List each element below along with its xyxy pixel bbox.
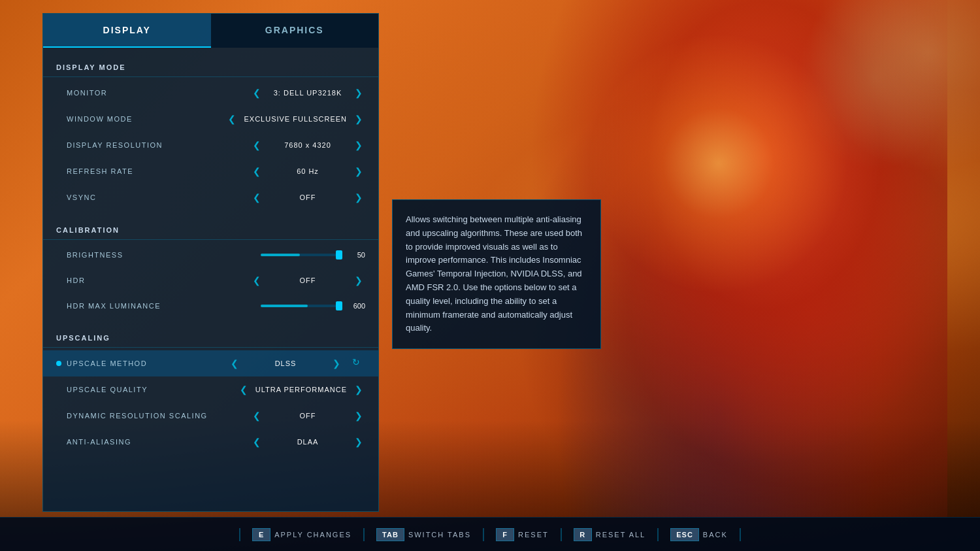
hdr-max-luminance-fill: [261, 305, 308, 307]
brightness-thumb[interactable]: [336, 250, 342, 259]
hotkey-reset-all[interactable]: R RESET ALL: [568, 528, 651, 541]
refresh-rate-value: 60 Hz: [269, 167, 347, 175]
brightness-track[interactable]: [261, 254, 339, 256]
upscale-method-value: DLSS: [246, 359, 325, 367]
refresh-rate-right-arrow[interactable]: ❯: [352, 165, 365, 178]
refresh-rate-label: REFRESH RATE: [67, 167, 250, 175]
upscale-method-left-arrow[interactable]: ❮: [228, 357, 241, 370]
hotkey-apply[interactable]: E APPLY CHANGES: [247, 528, 357, 541]
settings-content: DISPLAY MODE MONITOR ❮ 3: DELL UP3218K ❯…: [43, 48, 378, 461]
setting-refresh-rate[interactable]: REFRESH RATE ❮ 60 Hz ❯: [43, 158, 378, 184]
upscale-method-label: UPSCALE METHOD: [67, 359, 228, 367]
brightness-value: 50: [346, 251, 365, 259]
apply-key-badge: E: [252, 528, 270, 541]
back-key-badge: ESC: [670, 528, 699, 541]
anti-aliasing-label: ANTI-ALIASING: [67, 438, 250, 446]
window-mode-value-container: ❮ EXCLUSIVE FULLSCREEN ❯: [225, 112, 365, 125]
anti-aliasing-value: DLAA: [269, 438, 347, 446]
resolution-left-arrow[interactable]: ❮: [250, 139, 263, 152]
dynamic-resolution-scaling-value-container: ❮ OFF ❯: [250, 409, 365, 422]
monitor-left-arrow[interactable]: ❮: [250, 86, 263, 99]
tabs-container: DISPLAY GRAPHICS: [43, 14, 378, 48]
setting-window-mode[interactable]: WINDOW MODE ❮ EXCLUSIVE FULLSCREEN ❯: [43, 106, 378, 132]
reset-all-key-badge: R: [574, 528, 592, 541]
window-mode-value: EXCLUSIVE FULLSCREEN: [244, 115, 347, 123]
vsync-value-container: ❮ OFF ❯: [250, 191, 365, 204]
drs-right-arrow[interactable]: ❯: [352, 409, 365, 422]
section-upscaling-header: UPSCALING: [43, 325, 378, 348]
vsync-value: OFF: [269, 193, 347, 201]
reset-key-badge: F: [496, 528, 514, 541]
setting-upscale-quality[interactable]: UPSCALE QUALITY ❮ ULTRA PERFORMANCE ❯: [43, 376, 378, 403]
anti-aliasing-left-arrow[interactable]: ❮: [250, 435, 263, 448]
vsync-right-arrow[interactable]: ❯: [352, 191, 365, 204]
refresh-rate-left-arrow[interactable]: ❮: [250, 165, 263, 178]
display-resolution-value-container: ❮ 7680 x 4320 ❯: [250, 139, 365, 152]
anti-aliasing-value-container: ❮ DLAA ❯: [250, 435, 365, 448]
tooltip-box: Allows switching between multiple anti-a…: [392, 199, 601, 349]
active-indicator: [56, 361, 61, 366]
hotkey-reset[interactable]: F RESET: [491, 528, 554, 541]
reset-all-key-label: RESET ALL: [596, 531, 646, 539]
resolution-right-arrow[interactable]: ❯: [352, 139, 365, 152]
apply-key-label: APPLY CHANGES: [274, 531, 351, 539]
setting-upscale-method[interactable]: UPSCALE METHOD ❮ DLSS ❯ ↻: [43, 350, 378, 376]
monitor-value-container: ❮ 3: DELL UP3218K ❯: [250, 86, 365, 99]
setting-anti-aliasing[interactable]: ANTI-ALIASING ❮ DLAA ❯: [43, 429, 378, 455]
setting-dynamic-resolution-scaling[interactable]: DYNAMIC RESOLUTION SCALING ❮ OFF ❯: [43, 403, 378, 429]
hotkey-back[interactable]: ESC BACK: [665, 528, 733, 541]
hotkey-switch-tabs[interactable]: TAB SWITCH TABS: [371, 528, 476, 541]
refresh-rate-value-container: ❮ 60 Hz ❯: [250, 165, 365, 178]
dynamic-resolution-scaling-label: DYNAMIC RESOLUTION SCALING: [67, 412, 250, 420]
sun-glow: [588, 33, 849, 294]
window-mode-left-arrow[interactable]: ❮: [225, 112, 238, 125]
drs-left-arrow[interactable]: ❮: [250, 409, 263, 422]
upscale-quality-value: ULTRA PERFORMANCE: [255, 386, 347, 393]
switch-tabs-key-label: SWITCH TABS: [408, 531, 471, 539]
hdr-max-luminance-thumb[interactable]: [336, 301, 342, 310]
back-key-label: BACK: [703, 531, 728, 539]
tab-display[interactable]: DISPLAY: [43, 14, 211, 48]
setting-monitor[interactable]: MONITOR ❮ 3: DELL UP3218K ❯: [43, 80, 378, 106]
upscale-quality-right-arrow[interactable]: ❯: [352, 383, 365, 396]
divider3: [561, 528, 562, 541]
gap1: [43, 210, 378, 217]
section-calibration-header: CALIBRATION: [43, 217, 378, 240]
reset-key-label: RESET: [518, 531, 549, 539]
divider-right: [740, 528, 741, 541]
upscale-quality-left-arrow[interactable]: ❮: [237, 383, 250, 396]
brightness-slider-container: 50: [261, 251, 365, 259]
window-mode-label: WINDOW MODE: [67, 115, 225, 123]
divider4: [657, 528, 659, 541]
upscale-method-right-arrow[interactable]: ❯: [330, 357, 343, 370]
anti-aliasing-right-arrow[interactable]: ❯: [352, 435, 365, 448]
brightness-label: BRIGHTNESS: [67, 251, 261, 259]
vsync-left-arrow[interactable]: ❮: [250, 191, 263, 204]
tab-graphics-label: GRAPHICS: [265, 25, 324, 35]
hdr-right-arrow[interactable]: ❯: [352, 274, 365, 287]
vsync-label: VSYNC: [67, 193, 250, 201]
setting-brightness[interactable]: BRIGHTNESS 50: [43, 242, 378, 267]
setting-vsync[interactable]: VSYNC ❮ OFF ❯: [43, 184, 378, 210]
setting-display-resolution[interactable]: DISPLAY RESOLUTION ❮ 7680 x 4320 ❯: [43, 132, 378, 158]
reset-icon[interactable]: ↻: [352, 357, 365, 370]
hdr-left-arrow[interactable]: ❮: [250, 274, 263, 287]
setting-hdr[interactable]: HDR ❮ OFF ❯: [43, 267, 378, 293]
tab-graphics[interactable]: GRAPHICS: [211, 14, 379, 48]
window-mode-right-arrow[interactable]: ❯: [352, 112, 365, 125]
upscale-method-value-container: ❮ DLSS ❯ ↻: [228, 357, 365, 370]
hdr-max-luminance-value: 600: [346, 302, 365, 310]
gap2: [43, 318, 378, 325]
bottom-bar: E APPLY CHANGES TAB SWITCH TABS F RESET …: [0, 517, 980, 551]
monitor-right-arrow[interactable]: ❯: [352, 86, 365, 99]
setting-hdr-max-luminance[interactable]: HDR MAX LUMINANCE 600: [43, 293, 378, 318]
section-display-mode-header: DISPLAY MODE: [43, 54, 378, 77]
hdr-label: HDR: [67, 276, 250, 284]
hdr-max-luminance-track[interactable]: [261, 305, 339, 307]
settings-panel: DISPLAY GRAPHICS DISPLAY MODE MONITOR ❮ …: [42, 13, 379, 512]
hdr-value-container: ❮ OFF ❯: [250, 274, 365, 287]
tooltip-text: Allows switching between multiple anti-a…: [406, 213, 587, 335]
divider2: [483, 528, 484, 541]
hdr-max-luminance-slider-container: 600: [261, 302, 365, 310]
dynamic-resolution-scaling-value: OFF: [269, 412, 347, 420]
